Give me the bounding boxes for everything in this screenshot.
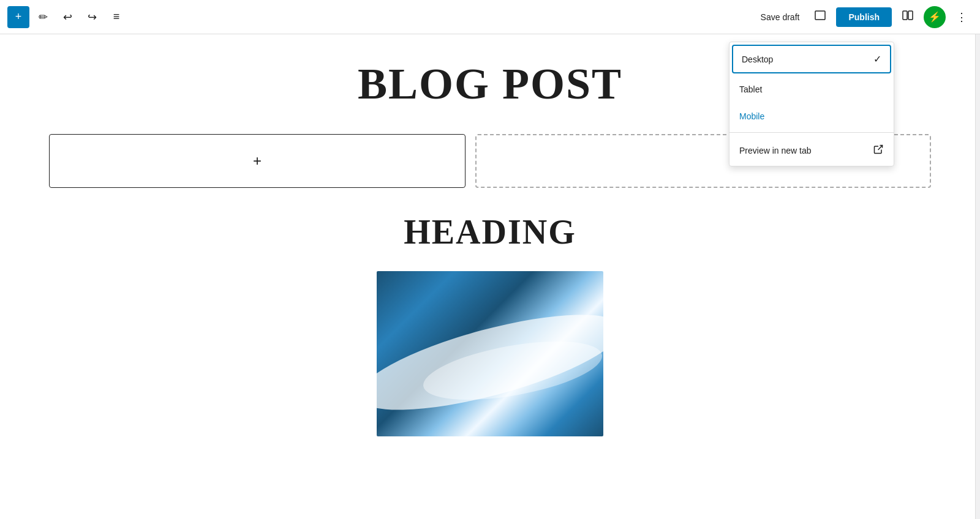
- svg-rect-2: [908, 11, 913, 20]
- toolbar-right: Save draft Publish ⚡ ⋮: [756, 6, 973, 28]
- ocean-image: [377, 271, 603, 436]
- tools-icon: ✏: [39, 10, 48, 24]
- dropdown-tablet-option[interactable]: Tablet: [729, 76, 894, 103]
- more-options-button[interactable]: ⋮: [951, 6, 973, 28]
- post-title: BLOG POST: [358, 59, 622, 110]
- svg-rect-0: [815, 11, 825, 20]
- undo-icon: ↩: [63, 10, 72, 24]
- add-block-button[interactable]: +: [7, 6, 29, 28]
- heading-block: HEADING: [404, 212, 576, 252]
- dropdown-preview-new-tab[interactable]: Preview in new tab: [729, 135, 894, 166]
- list-view-button[interactable]: ≡: [105, 6, 127, 28]
- list-view-icon: ≡: [113, 10, 120, 23]
- more-icon: ⋮: [956, 10, 967, 24]
- column-left[interactable]: +: [49, 134, 466, 188]
- desktop-label: Desktop: [742, 54, 773, 64]
- undo-button[interactable]: ↩: [56, 6, 78, 28]
- checkmark-icon: ✓: [873, 53, 881, 65]
- plus-icon: +: [15, 10, 22, 23]
- publish-button[interactable]: Publish: [836, 7, 892, 27]
- preview-new-tab-label: Preview in new tab: [739, 146, 812, 155]
- add-block-icon: +: [253, 152, 262, 170]
- dropdown-desktop-option[interactable]: Desktop ✓: [732, 45, 891, 73]
- external-link-icon: [873, 144, 884, 157]
- redo-icon: ↪: [88, 10, 97, 24]
- save-draft-button[interactable]: Save draft: [756, 9, 805, 26]
- preview-icon: [814, 9, 826, 24]
- preview-button[interactable]: [809, 6, 831, 28]
- tools-button[interactable]: ✏: [32, 6, 54, 28]
- preview-dropdown: Desktop ✓ Tablet Mobile Preview in new t…: [729, 42, 894, 166]
- right-panel: [975, 34, 980, 519]
- editor-toolbar: + ✏ ↩ ↪ ≡ Save draft Publish: [0, 0, 980, 34]
- dropdown-mobile-option[interactable]: Mobile: [729, 103, 894, 130]
- mobile-label: Mobile: [739, 111, 764, 121]
- tablet-label: Tablet: [739, 84, 762, 94]
- lightning-icon: ⚡: [929, 11, 941, 23]
- redo-button[interactable]: ↪: [81, 6, 103, 28]
- svg-rect-1: [903, 11, 907, 20]
- settings-icon: [902, 9, 914, 24]
- dropdown-divider: [729, 132, 894, 133]
- svg-line-3: [878, 146, 883, 150]
- settings-button[interactable]: [897, 6, 919, 28]
- lightning-button[interactable]: ⚡: [924, 6, 946, 28]
